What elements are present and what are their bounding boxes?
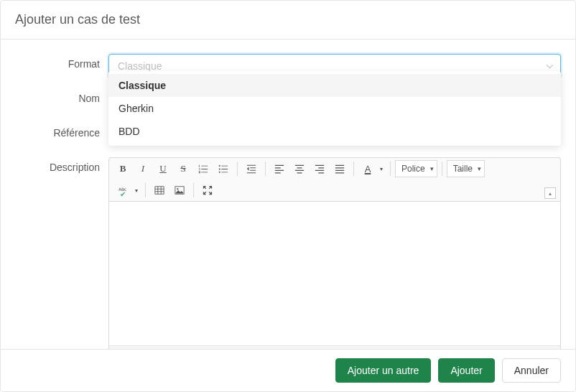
strike-button[interactable]: S: [174, 159, 192, 178]
svg-point-4: [177, 188, 178, 190]
format-option-gherkin[interactable]: Gherkin: [108, 97, 561, 120]
unordered-list-button[interactable]: [214, 159, 233, 178]
modal-header: Ajouter un cas de test: [1, 1, 575, 39]
add-button[interactable]: Ajouter: [438, 358, 494, 383]
align-justify-button[interactable]: [330, 159, 349, 178]
modal-title: Ajouter un cas de test: [15, 12, 561, 27]
text-color-caret[interactable]: ▾: [377, 159, 386, 178]
chevron-down-icon: [546, 62, 553, 70]
label-nom: Nom: [15, 88, 108, 104]
description-editor[interactable]: [108, 201, 561, 349]
format-option-bdd[interactable]: BDD: [108, 120, 561, 143]
spellcheck-button[interactable]: ᴬᴮᶜ✔: [113, 181, 132, 200]
fullscreen-button[interactable]: [198, 181, 217, 200]
format-dropdown: Classique Gherkin BDD: [108, 71, 561, 146]
format-select-value: Classique: [118, 60, 162, 72]
outdent-button[interactable]: [242, 159, 261, 178]
modal-footer: Ajouter un autre Ajouter Annuler: [1, 349, 575, 391]
label-reference: Référence: [15, 123, 108, 139]
align-right-button[interactable]: [310, 159, 329, 178]
align-center-button[interactable]: [290, 159, 309, 178]
image-button[interactable]: [170, 181, 189, 200]
modal-body: Format Classique Nom Référence Desc: [1, 39, 575, 349]
spellcheck-caret[interactable]: ▾: [132, 181, 141, 200]
form-row-description: Description B I U S: [15, 157, 561, 349]
size-select[interactable]: Taille: [447, 160, 485, 177]
add-test-case-modal: Ajouter un cas de test Format Classique …: [0, 0, 576, 392]
italic-button[interactable]: I: [134, 159, 152, 178]
svg-point-2: [219, 172, 220, 173]
svg-point-1: [219, 168, 220, 169]
ordered-list-button[interactable]: [194, 159, 213, 178]
label-format: Format: [15, 54, 108, 70]
svg-point-0: [219, 165, 220, 167]
editor-statusbar: [109, 345, 560, 349]
label-description: Description: [15, 157, 108, 173]
collapse-toolbar-button[interactable]: ▴: [544, 187, 556, 199]
align-left-button[interactable]: [270, 159, 289, 178]
format-option-classique[interactable]: Classique: [108, 74, 561, 97]
underline-button[interactable]: U: [154, 159, 172, 178]
bold-button[interactable]: B: [113, 159, 132, 178]
add-another-button[interactable]: Ajouter un autre: [335, 358, 432, 383]
editor-toolbar: B I U S A ▾: [108, 157, 561, 201]
cancel-button[interactable]: Annuler: [502, 358, 561, 383]
table-button[interactable]: [150, 181, 169, 200]
font-select[interactable]: Police: [395, 160, 437, 177]
text-color-button[interactable]: A: [358, 159, 377, 178]
